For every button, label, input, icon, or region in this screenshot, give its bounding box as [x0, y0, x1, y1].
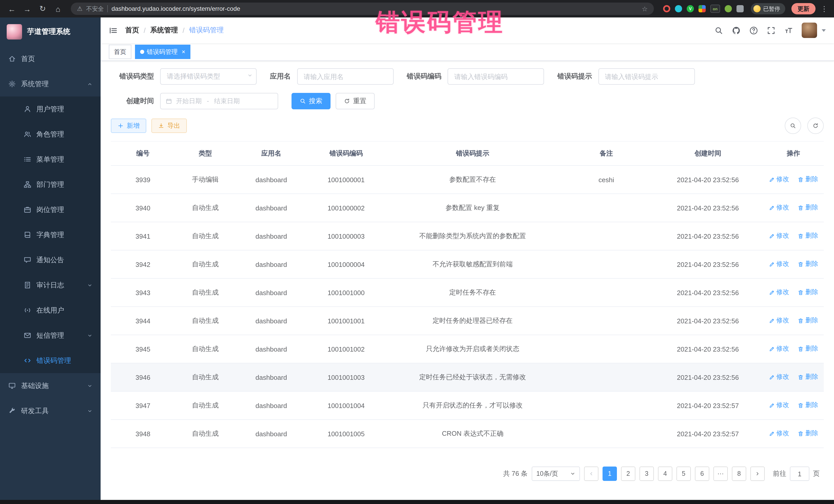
trash-icon	[798, 261, 804, 267]
edit-icon	[769, 261, 775, 267]
edit-link[interactable]: 修改	[769, 345, 789, 353]
tab-error-code-management[interactable]: 错误码管理 ×	[135, 45, 191, 59]
page-ellipsis[interactable]: ···	[714, 466, 728, 481]
red-ring-extension-icon[interactable]	[663, 5, 670, 12]
page-button-8[interactable]: 8	[732, 466, 746, 481]
sidebar-item-post-management[interactable]: 岗位管理	[0, 197, 101, 222]
profile-paused-chip[interactable]: 已暂停	[751, 3, 785, 14]
page-button-3[interactable]: 3	[639, 466, 654, 481]
browser-forward-icon[interactable]: →	[21, 4, 34, 13]
filter-error-code: 错误码编码	[407, 68, 544, 85]
help-icon[interactable]	[749, 26, 758, 35]
avatar-caret-icon[interactable]	[822, 29, 826, 31]
pin-extension-icon[interactable]	[737, 5, 744, 12]
edit-link[interactable]: 修改	[769, 260, 789, 269]
edit-link[interactable]: 修改	[769, 288, 789, 297]
green-extension-icon[interactable]: V	[687, 5, 694, 12]
next-page-button[interactable]	[750, 466, 765, 481]
page-button-1[interactable]: 1	[602, 466, 617, 481]
sidebar-item-home[interactable]: 首页	[0, 46, 101, 71]
page-button-4[interactable]: 4	[658, 466, 672, 481]
delete-link[interactable]: 删除	[798, 260, 818, 269]
error-code-type-select[interactable]: 请选择错误码类型	[160, 68, 257, 85]
sidebar-item-system-management[interactable]: 系统管理	[0, 71, 101, 96]
search-button[interactable]: 搜索	[291, 93, 331, 109]
error-hint-input[interactable]	[598, 68, 695, 85]
edit-link[interactable]: 修改	[769, 373, 789, 381]
delete-link[interactable]: 删除	[798, 429, 818, 438]
sidebar-item-audit-log[interactable]: 审计日志	[0, 272, 101, 298]
book-icon	[24, 231, 31, 239]
hamburger-icon[interactable]	[109, 26, 117, 35]
delete-link[interactable]: 删除	[798, 373, 818, 381]
sidebar-item-menu-management[interactable]: 菜单管理	[0, 147, 101, 172]
sidebar-item-dev-tools[interactable]: 研发工具	[0, 398, 101, 423]
page-button-5[interactable]: 5	[676, 466, 691, 481]
edit-link[interactable]: 修改	[769, 429, 789, 438]
sidebar-item-dept-management[interactable]: 部门管理	[0, 172, 101, 197]
sidebar-item-error-code-management[interactable]: 错误码管理	[0, 348, 101, 373]
delete-link[interactable]: 删除	[798, 203, 818, 212]
sidebar-item-sms-management[interactable]: 短信管理	[0, 323, 101, 348]
breadcrumb-home[interactable]: 首页	[125, 26, 139, 35]
prev-page-button[interactable]	[584, 466, 598, 481]
address-bar[interactable]: ⚠ 不安全 dashboard.yudao.iocoder.cn/system/…	[71, 3, 654, 15]
teal-extension-icon[interactable]	[675, 5, 682, 12]
reset-button[interactable]: 重置	[336, 93, 375, 109]
delete-link[interactable]: 删除	[798, 316, 818, 325]
close-icon[interactable]: ×	[182, 48, 185, 56]
mail-icon	[24, 332, 31, 339]
export-button[interactable]: 导出	[151, 118, 187, 133]
delete-link[interactable]: 删除	[798, 232, 818, 240]
browser-home-icon[interactable]: ⌂	[51, 4, 65, 13]
app-name-input[interactable]	[297, 68, 393, 85]
browser-menu-icon[interactable]: ⋮	[820, 5, 829, 13]
edit-link[interactable]: 修改	[769, 175, 789, 184]
blocks-extension-icon[interactable]	[699, 5, 706, 12]
sidebar-item-role-management[interactable]: 角色管理	[0, 122, 101, 147]
annotation-overlay-text: 错误码管理	[376, 6, 504, 39]
delete-link[interactable]: 删除	[798, 401, 818, 410]
page-content: 错误码类型 请选择错误码类型 应用名 错误码编码	[101, 61, 834, 500]
page-size-select[interactable]: 10条/页	[532, 466, 580, 481]
github-icon[interactable]	[732, 26, 741, 35]
browser-reload-icon[interactable]: ↻	[36, 4, 49, 13]
sidebar-item-user-management[interactable]: 用户管理	[0, 96, 101, 122]
font-size-icon[interactable]	[784, 26, 793, 35]
sidebar-logo[interactable]: 芋道管理系统	[0, 18, 101, 46]
paw-extension-icon[interactable]	[725, 5, 732, 12]
edit-link[interactable]: 修改	[769, 203, 789, 212]
edit-link[interactable]: 修改	[769, 232, 789, 240]
sidebar-item-online-users[interactable]: 在线用户	[0, 298, 101, 323]
page-button-6[interactable]: 6	[695, 466, 709, 481]
error-code-input[interactable]	[447, 68, 544, 85]
delete-link[interactable]: 删除	[798, 345, 818, 353]
create-time-range-picker[interactable]: 开始日期 - 结束日期	[160, 93, 278, 109]
signal-icon	[24, 306, 31, 314]
fullscreen-icon[interactable]	[767, 26, 775, 35]
tab-home[interactable]: 首页	[109, 45, 131, 59]
on-badge-extension-icon[interactable]: on	[710, 5, 720, 13]
sidebar-item-notice-management[interactable]: 通知公告	[0, 247, 101, 272]
user-avatar[interactable]	[802, 23, 817, 38]
table-toolbar: 新增 导出	[111, 117, 824, 134]
toggle-search-button[interactable]	[785, 117, 801, 134]
browser-update-button[interactable]: 更新	[791, 3, 815, 14]
sidebar-item-dict-management[interactable]: 字典管理	[0, 222, 101, 247]
search-icon[interactable]	[715, 26, 723, 35]
refresh-table-button[interactable]	[807, 117, 824, 134]
app-frame: 芋道管理系统 首页 系统管理 用户管理	[0, 18, 834, 500]
delete-link[interactable]: 删除	[798, 288, 818, 297]
add-button[interactable]: 新增	[111, 118, 146, 133]
delete-link[interactable]: 删除	[798, 175, 818, 184]
edit-link[interactable]: 修改	[769, 316, 789, 325]
breadcrumb-system-management[interactable]: 系统管理	[150, 26, 178, 35]
url-text: dashboard.yudao.iocoder.cn/system/error-…	[112, 5, 638, 12]
page-button-2[interactable]: 2	[621, 466, 635, 481]
edit-link[interactable]: 修改	[769, 401, 789, 410]
browser-back-icon[interactable]: ←	[5, 4, 19, 13]
sidebar-item-infrastructure[interactable]: 基础设施	[0, 373, 101, 398]
gear-icon	[8, 80, 16, 88]
goto-page-input[interactable]	[790, 466, 809, 481]
bookmark-star-icon[interactable]: ☆	[642, 5, 648, 13]
